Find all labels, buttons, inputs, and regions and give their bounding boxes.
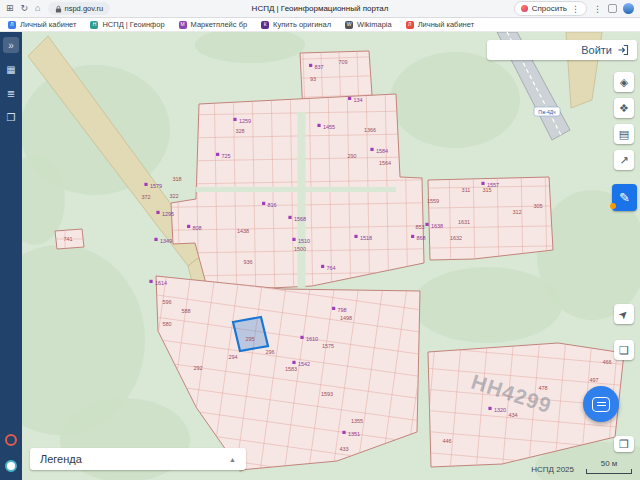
parcel-number[interactable]: 580: [162, 321, 171, 327]
parcel-number[interactable]: 328: [235, 128, 244, 134]
parcel-number[interactable]: 1518: [360, 235, 372, 241]
parcel-number[interactable]: 1583: [285, 366, 297, 372]
home-icon[interactable]: ⌂: [35, 4, 40, 13]
parcel-number[interactable]: 596: [162, 299, 171, 305]
parcel-number[interactable]: 868: [416, 235, 425, 241]
parcel-number[interactable]: 741: [63, 236, 72, 242]
parcel-number[interactable]: 290: [347, 153, 356, 159]
parcel-number[interactable]: 1510: [298, 238, 310, 244]
bookmark-item[interactable]: ЛЛичный кабинет: [406, 20, 474, 29]
parcel-number[interactable]: 1584: [376, 148, 388, 154]
parcel-number[interactable]: 764: [326, 265, 335, 271]
parcel-number[interactable]: 295: [245, 336, 254, 342]
parcel-number[interactable]: 134: [353, 97, 362, 103]
parcel-number[interactable]: 1355: [351, 418, 363, 424]
parcel-number[interactable]: 709: [338, 59, 347, 65]
parcel-number[interactable]: 446: [442, 438, 451, 444]
parcel-number[interactable]: 1638: [431, 223, 443, 229]
apps-grid-button[interactable]: ▦: [3, 61, 19, 77]
share-tool-button[interactable]: ↗: [614, 150, 634, 170]
parcel-number[interactable]: 1568: [294, 216, 306, 222]
parcel-number[interactable]: 816: [267, 202, 276, 208]
parcel-number[interactable]: 1631: [458, 219, 470, 225]
parcel-number[interactable]: 1614: [155, 280, 167, 286]
parcel-number[interactable]: 808: [192, 225, 201, 231]
parcel-number[interactable]: 497: [589, 377, 598, 383]
parcel-number[interactable]: 1259: [239, 118, 251, 124]
panel-tool-button[interactable]: ❐: [614, 436, 634, 452]
parcel-number[interactable]: 1559: [427, 198, 439, 204]
parcel-number[interactable]: 936: [243, 259, 252, 265]
parcel-number[interactable]: 1593: [321, 391, 333, 397]
parcel-number[interactable]: 1349: [160, 238, 172, 244]
bookmark-item[interactable]: ННСПД | Геоинфор: [90, 20, 164, 29]
bookmark-item[interactable]: ММаркетплейс бр: [179, 20, 248, 29]
help-circle-icon[interactable]: [5, 460, 17, 472]
login-button[interactable]: Войти: [487, 40, 637, 60]
parcel-number[interactable]: 93: [310, 76, 316, 82]
draw-tool-button-active[interactable]: ✎: [612, 184, 637, 211]
alert-circle-icon[interactable]: [5, 434, 17, 446]
locate-tool-button[interactable]: ➤: [614, 304, 634, 324]
parcel-number[interactable]: 853: [415, 224, 424, 230]
bookmark-favicon: Л: [406, 21, 414, 29]
parcel-number[interactable]: 1610: [306, 336, 318, 342]
extent-tool-button[interactable]: ❏: [614, 340, 634, 360]
layer-list-button[interactable]: ≣: [3, 85, 19, 101]
ask-button[interactable]: Спросить ⋮: [514, 1, 587, 16]
parcel-number[interactable]: 318: [172, 176, 181, 182]
building-marker: [342, 431, 345, 434]
layer-stack-button[interactable]: ❐: [3, 109, 19, 125]
parcel-number[interactable]: 478: [538, 385, 547, 391]
parcel-number[interactable]: 1295: [162, 211, 174, 217]
measure-tool-button[interactable]: ▤: [614, 124, 634, 144]
reload-icon[interactable]: ↻: [21, 4, 29, 13]
parcel-number[interactable]: 294: [228, 354, 237, 360]
parcel-number[interactable]: 1455: [323, 124, 335, 130]
parcel-number[interactable]: 1438: [237, 228, 249, 234]
parcel-number[interactable]: 311: [462, 187, 471, 193]
profile-avatar[interactable]: [623, 3, 634, 14]
parcel-number[interactable]: 1366: [364, 127, 376, 133]
parcel-number[interactable]: 372: [141, 194, 150, 200]
parcel-number[interactable]: 312: [512, 209, 521, 215]
parcel-number[interactable]: 1351: [348, 431, 360, 437]
bookmark-item[interactable]: ККупить оригинал: [261, 20, 331, 29]
parcel-number[interactable]: 837: [314, 64, 323, 70]
parcel-number[interactable]: 1632: [450, 235, 462, 241]
bookmarks-tool-button[interactable]: ◈: [614, 72, 634, 92]
parcel-number[interactable]: 1542: [298, 361, 310, 367]
bookmark-label: НСПД | Геоинфор: [102, 20, 164, 29]
layers-tool-button[interactable]: ❖: [614, 98, 634, 118]
address-bar[interactable]: nspd.gov.ru: [48, 2, 111, 15]
parcel-number[interactable]: 305: [533, 203, 542, 209]
parcel-number[interactable]: 725: [221, 153, 230, 159]
map-canvas[interactable]: Пж-4Дч8379370913412593281455136672531829…: [22, 32, 640, 480]
parcel-number[interactable]: 1564: [379, 160, 391, 166]
parcel-number[interactable]: 433: [339, 446, 348, 452]
parcel-number[interactable]: 466: [602, 359, 611, 365]
parcel-number[interactable]: 588: [181, 308, 190, 314]
apps-icon[interactable]: ⊞: [6, 4, 14, 13]
parcel-number[interactable]: 322: [169, 193, 178, 199]
ask-menu-icon[interactable]: ⋮: [571, 4, 580, 14]
parcel-number[interactable]: 292: [193, 365, 202, 371]
bookmark-item[interactable]: WWikimapia: [345, 20, 392, 29]
parcel-number[interactable]: 1320: [494, 407, 506, 413]
bookmark-item[interactable]: ЛЛичный кабинет: [8, 20, 76, 29]
selected-parcel[interactable]: [233, 317, 268, 351]
parcel-number[interactable]: 296: [265, 349, 274, 355]
expand-panel-button[interactable]: »: [3, 37, 19, 53]
legend-panel[interactable]: Легенда ▲: [30, 448, 246, 470]
parcel-number[interactable]: 1498: [340, 315, 352, 321]
parcel-number[interactable]: 1557: [487, 182, 499, 188]
chat-fab-button[interactable]: [583, 386, 619, 422]
parcel-number[interactable]: 1579: [150, 183, 162, 189]
kebab-menu-icon[interactable]: ⋮: [593, 4, 602, 14]
extensions-icon[interactable]: [608, 4, 617, 13]
building-marker: [187, 225, 190, 228]
parcel-number[interactable]: 434: [508, 412, 517, 418]
parcel-number[interactable]: 1500: [294, 246, 306, 252]
parcel-number[interactable]: 1575: [322, 343, 334, 349]
parcel-number[interactable]: 798: [337, 307, 346, 313]
